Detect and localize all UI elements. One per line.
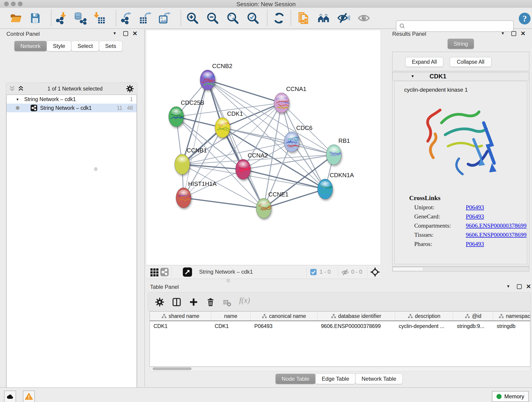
results-scrollbar-thumb[interactable] bbox=[393, 267, 423, 271]
clone-network-icon[interactable] bbox=[297, 12, 310, 25]
first-neighbors-icon[interactable] bbox=[317, 12, 330, 25]
network-node-ccne1[interactable] bbox=[256, 198, 272, 218]
export-image-icon[interactable] bbox=[158, 12, 171, 25]
refresh-icon[interactable] bbox=[273, 12, 285, 25]
zoom-selected-icon[interactable] bbox=[247, 12, 259, 25]
crosslink-row: Tissues:9606.ENSP00000378699 bbox=[414, 231, 527, 238]
hierarchy-icon bbox=[262, 313, 267, 319]
table-options-gear-icon[interactable] bbox=[155, 297, 165, 307]
zoom-out-icon[interactable] bbox=[206, 12, 219, 25]
collapse-all-chevrons-icon[interactable] bbox=[9, 85, 16, 92]
table-cell: CDK1 bbox=[150, 321, 211, 331]
network-node-hist1h1a[interactable] bbox=[176, 188, 193, 208]
search-input[interactable] bbox=[407, 23, 513, 30]
splitter-handle[interactable] bbox=[227, 279, 230, 282]
hide-selected-eye-icon[interactable] bbox=[337, 12, 350, 25]
node-label-ccna2: CCNA2 bbox=[248, 152, 268, 159]
network-label: String Network – cdk1 bbox=[40, 105, 92, 111]
results-panel-float-icon[interactable] bbox=[511, 31, 516, 36]
table-hscrollbar-thumb[interactable] bbox=[152, 367, 191, 370]
table-hscrollbar[interactable] bbox=[150, 367, 530, 371]
warnings-button[interactable] bbox=[23, 390, 35, 402]
column-header-description[interactable]: description bbox=[395, 312, 453, 321]
tab-network-table[interactable]: Network Table bbox=[355, 374, 403, 384]
selected-node-edge-counts: 1 - 0 bbox=[320, 269, 331, 275]
toolbar-separator bbox=[306, 267, 307, 277]
create-column-plus-icon[interactable] bbox=[189, 297, 198, 307]
network-options-gear-icon[interactable] bbox=[126, 85, 134, 93]
section-collapse-icon[interactable]: ▼ bbox=[411, 74, 414, 78]
show-all-eye-icon[interactable] bbox=[357, 12, 370, 25]
column-header-name[interactable]: name bbox=[211, 312, 251, 321]
collapse-all-button[interactable]: Collapse All bbox=[450, 57, 491, 67]
tab-network[interactable]: Network bbox=[14, 41, 47, 51]
column-header-canonical-name[interactable]: canonical name bbox=[251, 312, 317, 321]
results-scrollbar[interactable] bbox=[392, 267, 529, 272]
tab-edge-table[interactable]: Edge Table bbox=[316, 374, 355, 384]
table-panel-close-icon[interactable]: ✕ bbox=[526, 285, 531, 288]
cloud-button[interactable] bbox=[4, 390, 16, 402]
toolbar-separator bbox=[116, 10, 116, 26]
network-row[interactable]: String Network – cdk1 11 48 bbox=[7, 104, 137, 112]
control-panel-close-icon[interactable]: ✕ bbox=[133, 32, 138, 36]
birds-eye-view-icon[interactable] bbox=[150, 268, 159, 276]
network-canvas[interactable]: CCNB2CCNA1CDC25BCDK1CDC6RB1CCNB1CCNA2CDK… bbox=[146, 30, 381, 265]
tab-node-table[interactable]: Node Table bbox=[275, 374, 316, 384]
export-network-icon[interactable] bbox=[120, 12, 133, 25]
results-panel-menu-icon[interactable]: ▼ bbox=[501, 31, 505, 36]
export-table-icon[interactable] bbox=[139, 12, 152, 25]
crosslink-link[interactable]: 9606.ENSP00000378699 bbox=[466, 231, 526, 238]
help-icon[interactable]: ? bbox=[518, 12, 531, 25]
tab-sets[interactable]: Sets bbox=[99, 41, 122, 51]
zoom-in-icon[interactable] bbox=[186, 12, 199, 25]
splitter-handle[interactable] bbox=[94, 167, 97, 171]
zoom-fit-icon[interactable] bbox=[226, 12, 239, 25]
crosslink-link[interactable]: 9606.ENSP00000378699 bbox=[466, 222, 526, 229]
detach-view-icon[interactable] bbox=[183, 267, 192, 277]
crosslink-link[interactable]: P06493 bbox=[466, 241, 484, 248]
network-collection-row[interactable]: ▼ String Network – cdk1 1 bbox=[7, 95, 137, 104]
control-panel-float-icon[interactable] bbox=[123, 31, 128, 36]
expand-all-button[interactable]: Expand All bbox=[405, 57, 443, 67]
table-panel-menu-icon[interactable]: ▼ bbox=[506, 284, 510, 289]
column-header-namespace[interactable]: namespace bbox=[493, 312, 530, 321]
crosslink-link[interactable]: P06493 bbox=[466, 213, 484, 220]
table-panel-float-icon[interactable] bbox=[517, 284, 522, 289]
delete-column-trash-icon[interactable] bbox=[206, 297, 215, 307]
table-row[interactable]: CDK1CDK1P064939606.ENSP00000378699cyclin… bbox=[150, 321, 530, 331]
results-panel-close-icon[interactable]: ✕ bbox=[520, 32, 526, 36]
network-node-cdkn1a[interactable] bbox=[317, 179, 334, 199]
network-node-ccnb1[interactable] bbox=[175, 154, 190, 174]
selected-checkbox-icon[interactable] bbox=[310, 269, 317, 275]
panel-splitter[interactable] bbox=[144, 29, 145, 387]
table-panel-title: Table Panel bbox=[150, 284, 179, 290]
network-node-ccna2[interactable] bbox=[235, 159, 252, 179]
network-node-rb1[interactable] bbox=[326, 145, 343, 165]
column-header-database-identifier[interactable]: database identifier bbox=[317, 312, 395, 321]
toolbar-separator bbox=[338, 267, 338, 277]
toolbar-separator bbox=[51, 10, 51, 26]
table-cell: stringdb:9... bbox=[453, 321, 493, 331]
import-network-from-database-icon[interactable] bbox=[74, 12, 87, 25]
memory-button[interactable]: Memory bbox=[492, 391, 529, 402]
save-session-icon[interactable] bbox=[29, 12, 42, 25]
collection-count: 1 bbox=[130, 96, 133, 102]
hierarchy-icon bbox=[161, 313, 167, 319]
network-node-ccnb2[interactable] bbox=[200, 70, 216, 90]
network-node-ccna1[interactable] bbox=[274, 93, 290, 113]
import-network-icon[interactable] bbox=[55, 12, 67, 25]
control-panel-menu-icon[interactable]: ▼ bbox=[113, 31, 117, 36]
tree-collapse-icon[interactable]: ▼ bbox=[16, 97, 19, 101]
column-header-shared-name[interactable]: shared name bbox=[150, 312, 211, 321]
crosshair-icon[interactable] bbox=[370, 267, 380, 277]
open-session-icon[interactable] bbox=[10, 12, 22, 25]
network-share-badge-icon[interactable] bbox=[160, 268, 169, 276]
expand-all-chevrons-icon[interactable] bbox=[17, 85, 24, 92]
tab-string[interactable]: String bbox=[447, 38, 474, 49]
import-table-icon[interactable] bbox=[93, 12, 106, 25]
column-header--id[interactable]: @id bbox=[453, 312, 493, 321]
tab-style[interactable]: Style bbox=[47, 41, 71, 51]
crosslink-link[interactable]: P06493 bbox=[466, 204, 484, 211]
show-columns-icon[interactable] bbox=[172, 297, 181, 307]
tab-select[interactable]: Select bbox=[71, 41, 99, 51]
